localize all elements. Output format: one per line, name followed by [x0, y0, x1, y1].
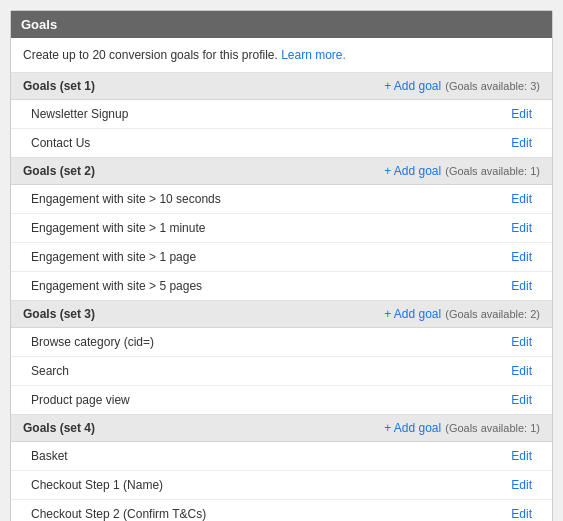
table-row: Engagement with site > 5 pagesEdit: [11, 272, 552, 300]
table-row: Checkout Step 2 (Confirm T&Cs)Edit: [11, 500, 552, 521]
goal-set-header-set4: Goals (set 4)+ Add goal(Goals available:…: [11, 415, 552, 442]
edit-link[interactable]: Edit: [511, 107, 532, 121]
goal-name: Checkout Step 2 (Confirm T&Cs): [31, 507, 206, 521]
goal-name: Engagement with site > 1 minute: [31, 221, 205, 235]
goal-name: Engagement with site > 1 page: [31, 250, 196, 264]
page-title: Goals: [11, 11, 552, 38]
table-row: Checkout Step 1 (Name)Edit: [11, 471, 552, 500]
description-text: Create up to 20 conversion goals for thi…: [23, 48, 278, 62]
goal-set-header-set1: Goals (set 1)+ Add goal(Goals available:…: [11, 73, 552, 100]
add-goal-link-set4[interactable]: + Add goal: [384, 421, 441, 435]
goal-set-header-set2: Goals (set 2)+ Add goal(Goals available:…: [11, 158, 552, 185]
goal-name: Basket: [31, 449, 68, 463]
edit-link[interactable]: Edit: [511, 221, 532, 235]
edit-link[interactable]: Edit: [511, 250, 532, 264]
goal-name: Newsletter Signup: [31, 107, 128, 121]
goal-sets-container: Goals (set 1)+ Add goal(Goals available:…: [11, 73, 552, 521]
add-goal-link-set2[interactable]: + Add goal: [384, 164, 441, 178]
goal-set-set3: Goals (set 3)+ Add goal(Goals available:…: [11, 301, 552, 415]
table-row: Product page viewEdit: [11, 386, 552, 414]
goal-name: Search: [31, 364, 69, 378]
edit-link[interactable]: Edit: [511, 136, 532, 150]
goal-name: Checkout Step 1 (Name): [31, 478, 163, 492]
edit-link[interactable]: Edit: [511, 507, 532, 521]
edit-link[interactable]: Edit: [511, 335, 532, 349]
table-row: Newsletter SignupEdit: [11, 100, 552, 129]
table-row: SearchEdit: [11, 357, 552, 386]
edit-link[interactable]: Edit: [511, 478, 532, 492]
add-goal-link-set1[interactable]: + Add goal: [384, 79, 441, 93]
description-bar: Create up to 20 conversion goals for thi…: [11, 38, 552, 73]
goal-set-header-set3: Goals (set 3)+ Add goal(Goals available:…: [11, 301, 552, 328]
goals-available-set4: (Goals available: 1): [445, 422, 540, 434]
goals-available-set2: (Goals available: 1): [445, 165, 540, 177]
goal-set-title-set1: Goals (set 1): [23, 79, 95, 93]
edit-link[interactable]: Edit: [511, 279, 532, 293]
goal-name: Contact Us: [31, 136, 90, 150]
goal-set-title-set2: Goals (set 2): [23, 164, 95, 178]
edit-link[interactable]: Edit: [511, 393, 532, 407]
goal-set-actions-set4: + Add goal(Goals available: 1): [384, 421, 540, 435]
table-row: Browse category (cid=)Edit: [11, 328, 552, 357]
goal-name: Engagement with site > 5 pages: [31, 279, 202, 293]
table-row: Engagement with site > 1 minuteEdit: [11, 214, 552, 243]
goals-available-set3: (Goals available: 2): [445, 308, 540, 320]
goals-panel: Goals Create up to 20 conversion goals f…: [10, 10, 553, 521]
add-goal-link-set3[interactable]: + Add goal: [384, 307, 441, 321]
edit-link[interactable]: Edit: [511, 192, 532, 206]
learn-more-link[interactable]: Learn more.: [281, 48, 346, 62]
goal-set-actions-set3: + Add goal(Goals available: 2): [384, 307, 540, 321]
edit-link[interactable]: Edit: [511, 364, 532, 378]
goal-set-set2: Goals (set 2)+ Add goal(Goals available:…: [11, 158, 552, 301]
goal-set-actions-set1: + Add goal(Goals available: 3): [384, 79, 540, 93]
table-row: Contact UsEdit: [11, 129, 552, 157]
goal-set-title-set3: Goals (set 3): [23, 307, 95, 321]
goal-set-set4: Goals (set 4)+ Add goal(Goals available:…: [11, 415, 552, 521]
goal-name: Browse category (cid=): [31, 335, 154, 349]
goal-set-set1: Goals (set 1)+ Add goal(Goals available:…: [11, 73, 552, 158]
table-row: Engagement with site > 10 secondsEdit: [11, 185, 552, 214]
goal-set-actions-set2: + Add goal(Goals available: 1): [384, 164, 540, 178]
edit-link[interactable]: Edit: [511, 449, 532, 463]
goal-name: Engagement with site > 10 seconds: [31, 192, 221, 206]
table-row: Engagement with site > 1 pageEdit: [11, 243, 552, 272]
goal-set-title-set4: Goals (set 4): [23, 421, 95, 435]
goal-name: Product page view: [31, 393, 130, 407]
goals-available-set1: (Goals available: 3): [445, 80, 540, 92]
table-row: BasketEdit: [11, 442, 552, 471]
